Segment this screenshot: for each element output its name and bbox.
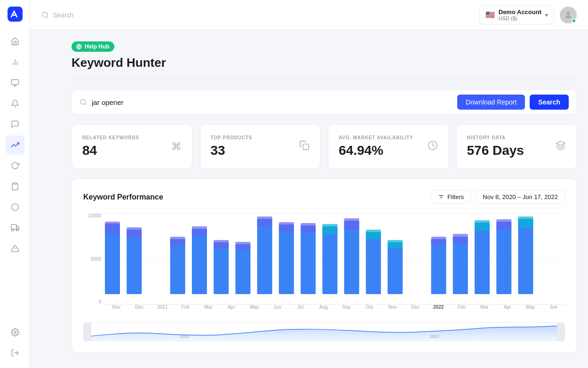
- mini-chart: 2021 2022 ⋮ ⋮: [83, 322, 565, 341]
- sidebar-item-home[interactable]: [6, 32, 24, 51]
- account-selector[interactable]: 🇺🇸 Demo Account USD ($) ▾: [479, 5, 554, 24]
- clock-icon: [428, 140, 438, 153]
- sidebar-item-clipboard[interactable]: [6, 177, 24, 196]
- mini-chart-left-handle[interactable]: ⋮: [84, 323, 91, 341]
- svg-rect-29: [105, 222, 120, 234]
- sidebar-item-products[interactable]: [6, 73, 24, 92]
- download-report-button[interactable]: Download Report: [457, 95, 525, 110]
- sidebar-item-alerts[interactable]: [6, 239, 24, 258]
- keyword-input[interactable]: [92, 98, 453, 106]
- topbar-search[interactable]: Search: [41, 11, 479, 19]
- svg-rect-33: [170, 237, 185, 246]
- sidebar: [0, 0, 30, 368]
- date-range-button[interactable]: Nov 8, 2020 – Jun 17, 2022: [476, 190, 565, 204]
- avatar[interactable]: [560, 7, 577, 24]
- svg-rect-43: [279, 222, 294, 232]
- chart-header: Keyword Performance Filters Nov 8, 2020 …: [83, 190, 565, 204]
- topbar: Search 🇺🇸 Demo Account USD ($) ▾: [30, 0, 588, 30]
- sidebar-item-analytics[interactable]: [6, 53, 24, 72]
- sidebar-item-trends[interactable]: [6, 136, 24, 154]
- svg-rect-53: [388, 240, 403, 248]
- svg-rect-63: [518, 216, 533, 228]
- sidebar-item-refresh[interactable]: [6, 156, 24, 175]
- svg-point-9: [12, 229, 14, 231]
- x-label-apr: Apr: [220, 304, 243, 317]
- topbar-search-placeholder: Search: [53, 11, 73, 19]
- x-label-may: May: [243, 304, 266, 317]
- svg-rect-32: [170, 239, 185, 294]
- svg-point-13: [14, 331, 16, 334]
- x-label-feb2: Feb: [450, 304, 473, 317]
- stat-top-products-value: 33: [211, 143, 310, 158]
- svg-rect-42: [279, 224, 294, 294]
- svg-rect-58: [475, 223, 490, 294]
- keyword-search-icon: [79, 98, 87, 106]
- chart-title: Keyword Performance: [83, 193, 163, 201]
- y-label-0: 0: [98, 299, 101, 304]
- x-label-aug: Aug: [312, 304, 335, 317]
- x-label-feb: Feb: [174, 304, 197, 317]
- svg-rect-59: [475, 220, 490, 231]
- svg-rect-60: [496, 222, 511, 294]
- svg-rect-37: [214, 240, 229, 248]
- filters-button[interactable]: Filters: [431, 190, 471, 204]
- stat-related-keywords-value: 84: [82, 143, 182, 158]
- svg-rect-48: [344, 221, 359, 294]
- svg-rect-36: [214, 242, 229, 294]
- sidebar-item-messages[interactable]: [6, 115, 24, 134]
- y-label-10000: 10000: [88, 213, 101, 218]
- svg-rect-22: [303, 144, 309, 150]
- x-label-mar2: Mar: [473, 304, 496, 317]
- chart-section: Keyword Performance Filters Nov 8, 2020 …: [72, 178, 577, 353]
- keyword-search-bar: Download Report Search: [72, 89, 577, 115]
- svg-line-21: [85, 104, 86, 105]
- account-currency: USD ($): [499, 16, 541, 21]
- x-label-oct: Oct: [358, 304, 381, 317]
- svg-rect-30: [127, 230, 142, 294]
- stat-market-availability-label: AVG. MARKET AVAILABILITY: [339, 135, 438, 140]
- help-hub-badge[interactable]: Help Hub: [72, 41, 114, 52]
- x-label-jul: Jul: [289, 304, 312, 317]
- chevron-down-icon: ▾: [545, 12, 548, 18]
- sidebar-item-notifications[interactable]: [6, 94, 24, 113]
- svg-rect-31: [127, 227, 142, 238]
- svg-rect-38: [235, 244, 250, 294]
- layers-icon: [556, 140, 566, 153]
- x-label-apr2: Apr: [496, 304, 519, 317]
- svg-rect-35: [192, 226, 207, 236]
- sidebar-item-box[interactable]: [6, 198, 24, 216]
- filters-icon: [438, 194, 445, 200]
- command-icon: ⌘: [171, 141, 182, 153]
- sidebar-item-shipping[interactable]: [6, 218, 24, 237]
- sidebar-item-settings[interactable]: [6, 323, 24, 342]
- svg-rect-50: [366, 232, 381, 294]
- stat-history-data-value: 576 Days: [467, 143, 566, 158]
- svg-point-17: [567, 12, 570, 15]
- chart-controls: Filters Nov 8, 2020 – Jun 17, 2022: [431, 190, 565, 204]
- x-label-nov: Nov: [105, 304, 128, 317]
- svg-rect-46: [322, 226, 337, 294]
- sidebar-item-logout[interactable]: [6, 344, 24, 362]
- search-button[interactable]: Search: [530, 95, 569, 110]
- x-label-mar: Mar: [197, 304, 220, 317]
- x-label-may2: May: [519, 304, 542, 317]
- x-label-2021: 2021: [151, 304, 174, 317]
- stat-market-availability: AVG. MARKET AVAILABILITY 64.94%: [328, 124, 449, 169]
- x-label-sep: Sep: [335, 304, 358, 317]
- svg-rect-8: [11, 224, 16, 229]
- svg-rect-28: [105, 224, 120, 294]
- svg-rect-7: [14, 183, 16, 184]
- x-label-jun: Jun: [266, 304, 289, 317]
- svg-rect-39: [235, 242, 250, 249]
- mini-chart-right-handle[interactable]: ⋮: [557, 323, 564, 341]
- x-axis: Nov Dec 2021 Feb Mar Apr May Jun Jul Aug…: [105, 304, 565, 317]
- svg-point-10: [16, 229, 18, 231]
- topbar-right: 🇺🇸 Demo Account USD ($) ▾: [479, 5, 577, 24]
- svg-rect-57: [453, 234, 468, 243]
- svg-rect-55: [431, 237, 446, 245]
- svg-rect-49: [344, 218, 359, 230]
- stat-market-availability-value: 64.94%: [339, 143, 438, 158]
- y-axis: 10000 5000 0: [83, 213, 105, 304]
- stat-history-data: HISTORY DATA 576 Days: [456, 124, 577, 169]
- svg-point-20: [80, 99, 86, 104]
